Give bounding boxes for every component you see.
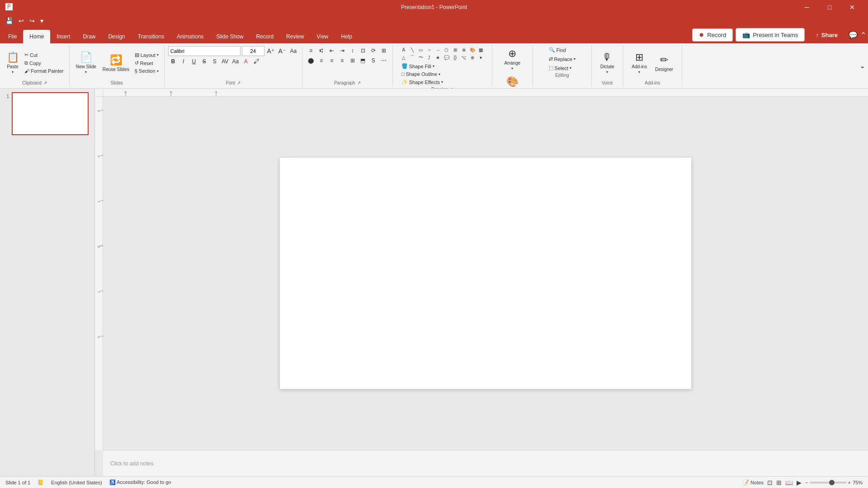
highlight-button[interactable]: 🖍 <box>251 57 261 66</box>
maximize-button[interactable]: □ <box>819 0 840 14</box>
shape-more2-btn[interactable]: ▾ <box>477 54 485 61</box>
shape-extra-btn[interactable]: ⊕ <box>468 54 476 61</box>
reading-view-button[interactable]: 📖 <box>785 479 793 486</box>
shape-tri-btn[interactable]: △ <box>400 54 408 61</box>
font-color-button[interactable]: A <box>241 57 251 66</box>
addins-button[interactable]: ⊞ Add-ins ▾ <box>629 50 650 76</box>
vertical-align-button[interactable]: ⊞ <box>348 56 358 65</box>
tab-animations[interactable]: Animations <box>170 30 210 43</box>
more-paragraph-button[interactable]: ⋯ <box>379 56 389 65</box>
arrange-btn[interactable]: ⊕ <box>460 46 468 53</box>
shape-pentagon-btn[interactable]: ⬠ <box>443 46 451 53</box>
redo-qat-button[interactable]: ↪ <box>28 16 37 25</box>
present-teams-button[interactable]: 📺 Present in Teams <box>736 28 805 42</box>
close-button[interactable]: ✕ <box>842 0 863 14</box>
shape-text-btn[interactable]: A <box>400 46 408 53</box>
slide-sorter-button[interactable]: ⊞ <box>776 479 782 486</box>
font-name-input[interactable] <box>168 46 241 56</box>
tab-insert[interactable]: Insert <box>50 30 76 43</box>
undo-qat-button[interactable]: ↩ <box>17 16 26 25</box>
strikethrough-button[interactable]: S <box>199 57 209 66</box>
slide-notes-toggle-icon[interactable]: 📒 <box>38 479 44 485</box>
shape-star-btn[interactable]: ★ <box>434 54 442 61</box>
shadow-button[interactable]: S <box>210 57 220 66</box>
shape-more-btn[interactable]: ⊞ <box>451 46 459 53</box>
shape-arc-btn[interactable]: ⌒ <box>408 54 416 61</box>
slide-canvas-area[interactable] <box>103 97 868 450</box>
tab-review[interactable]: Review <box>280 30 310 43</box>
line-spacing-button[interactable]: ↕ <box>348 46 358 55</box>
normal-view-button[interactable]: ⊡ <box>767 479 773 486</box>
notes-button[interactable]: 📝 Notes <box>743 479 764 485</box>
shape-effects-button[interactable]: ✨ Shape Effects ▾ <box>400 78 485 86</box>
tab-draw[interactable]: Draw <box>76 30 102 43</box>
find-button[interactable]: 🔍 Find <box>547 46 577 54</box>
shape-outline-button[interactable]: □ Shape Outline ▾ <box>400 70 485 78</box>
tab-design[interactable]: Design <box>102 30 131 43</box>
shadow-text-button[interactable]: S <box>368 56 378 65</box>
column-button[interactable]: ⊡ <box>358 46 368 55</box>
zoom-in-button[interactable]: + <box>848 480 851 485</box>
comments-icon[interactable]: 💬 <box>849 31 858 39</box>
tab-file[interactable]: File <box>2 30 23 43</box>
tab-view[interactable]: View <box>310 30 335 43</box>
tab-slideshow[interactable]: Slide Show <box>210 30 250 43</box>
shape-fill-row-btn[interactable]: ▩ <box>477 46 485 53</box>
text-convert-button[interactable]: ⬒ <box>358 56 368 65</box>
decrease-font-button[interactable]: A⁻ <box>277 47 287 56</box>
slide-1-thumbnail[interactable] <box>12 92 89 135</box>
dictate-button[interactable]: 🎙 Dictate ▾ <box>598 50 617 76</box>
copy-button[interactable]: ⧉ Copy <box>23 59 66 67</box>
replace-button[interactable]: ⇄ Replace ▾ <box>547 55 577 63</box>
select-button[interactable]: ⬚ Select ▾ <box>547 64 577 72</box>
zoom-slider[interactable] <box>810 482 846 483</box>
font-expand-icon[interactable]: ↗ <box>237 80 241 85</box>
clear-format-button[interactable]: Aa <box>288 47 298 56</box>
increase-indent-button[interactable]: ⇥ <box>337 46 347 55</box>
underline-button[interactable]: U <box>189 57 199 66</box>
paragraph-expand-icon[interactable]: ↗ <box>357 80 361 85</box>
shape-curve-btn[interactable]: 〜 <box>417 54 425 61</box>
align-center-button[interactable]: ≡ <box>316 56 326 65</box>
zoom-out-button[interactable]: − <box>805 480 808 485</box>
format-painter-button[interactable]: 🖌 Format Painter <box>23 67 66 75</box>
section-button[interactable]: § Section ▾ <box>133 67 160 75</box>
shape-callout-btn[interactable]: 💬 <box>443 54 451 61</box>
cut-button[interactable]: ✂ Cut <box>23 51 66 59</box>
reset-button[interactable]: ↺ Reset <box>133 59 160 67</box>
ribbon-expand-btn[interactable]: ⌄ <box>859 45 868 86</box>
shape-connector-btn[interactable]: ⤴ <box>425 54 434 61</box>
tab-home[interactable]: Home <box>23 30 50 43</box>
save-qat-button[interactable]: 💾 <box>4 16 15 25</box>
slideshow-button[interactable]: ▶ <box>797 479 802 486</box>
paste-button[interactable]: 📋 Paste ▾ <box>4 50 22 76</box>
minimize-button[interactable]: ─ <box>797 0 817 14</box>
slide-canvas[interactable] <box>280 158 691 389</box>
notes-area[interactable]: Click to add notes <box>103 450 868 476</box>
text-direction-button[interactable]: ⟳ <box>368 46 378 55</box>
tab-help[interactable]: Help <box>335 30 359 43</box>
shape-eq-btn[interactable]: {} <box>451 54 459 61</box>
new-slide-button[interactable]: 📄 New Slide ▾ <box>73 50 99 76</box>
bold-button[interactable]: B <box>168 57 178 66</box>
shape-arrow-btn[interactable]: → <box>434 46 442 53</box>
smart-art-button[interactable]: ⊞ <box>379 46 389 55</box>
ribbon-collapse-icon[interactable]: ⌃ <box>860 31 866 39</box>
share-button[interactable]: ↑ Share <box>807 29 846 41</box>
tab-record[interactable]: Record <box>250 30 280 43</box>
arrange-button[interactable]: ⊕ Arrange ▾ <box>501 46 523 72</box>
quick-styles-btn[interactable]: 🎨 <box>468 46 476 53</box>
bullets-button[interactable]: ≡ <box>306 46 316 55</box>
align-left-button[interactable]: ⬤ <box>306 56 316 65</box>
reuse-slides-button[interactable]: 🔁 Reuse Slides <box>100 52 132 74</box>
shape-brace-btn[interactable]: ⌥ <box>460 54 468 61</box>
numbering-button[interactable]: ⑆ <box>316 46 326 55</box>
shape-circle-btn[interactable]: ○ <box>425 46 434 53</box>
change-case-button[interactable]: Aa <box>231 57 241 66</box>
record-button[interactable]: ⏺ Record <box>692 28 733 42</box>
shape-line-btn[interactable]: ╲ <box>408 46 416 53</box>
shape-fill-button[interactable]: 🪣 Shape Fill ▾ <box>400 62 485 70</box>
designer-button[interactable]: ✏ Designer <box>652 52 676 74</box>
layout-button[interactable]: ▤ Layout ▾ <box>133 51 160 59</box>
customize-qat-button[interactable]: ▾ <box>38 16 45 25</box>
